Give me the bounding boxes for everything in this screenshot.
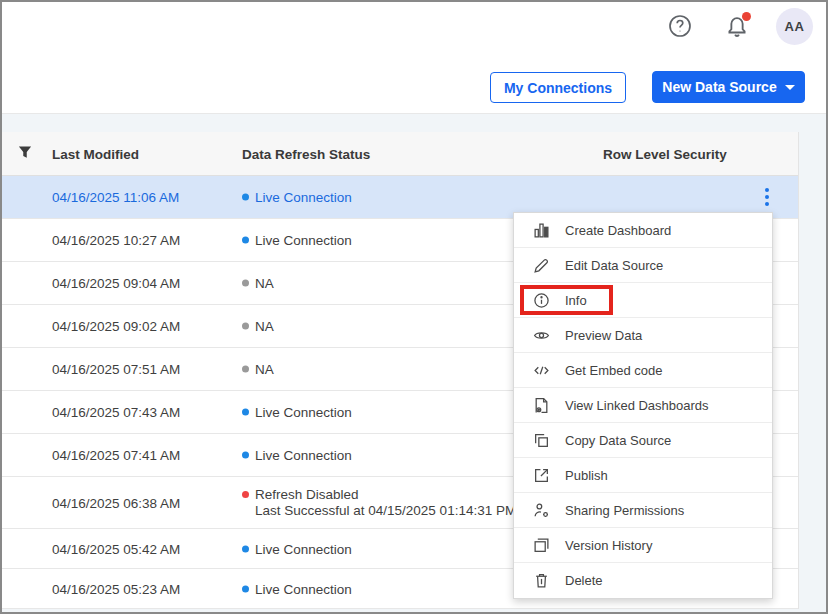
table-header-row: Last Modified Data Refresh Status Row Le… xyxy=(2,132,798,176)
last-modified-cell: 04/16/2025 10:27 AM xyxy=(52,233,180,248)
data-sources-page: AA My Connections New Data Source Last M… xyxy=(0,0,828,614)
new-data-source-button[interactable]: New Data Source xyxy=(652,71,805,103)
menu-item-sharing-permissions[interactable]: Sharing Permissions xyxy=(514,493,772,528)
menu-item-view-linked-dashboards[interactable]: View Linked Dashboards xyxy=(514,388,772,423)
menu-item-get-embed-code[interactable]: Get Embed code xyxy=(514,353,772,388)
refresh-status-cell: NA xyxy=(242,319,274,334)
menu-item-edit-data-source[interactable]: Edit Data Source xyxy=(514,248,772,283)
status-dot xyxy=(242,491,249,498)
refresh-status-cell: Live Connection xyxy=(242,233,352,248)
last-modified-cell: 04/16/2025 06:38 AM xyxy=(52,495,180,510)
create-dashboard-icon xyxy=(533,222,550,239)
avatar[interactable]: AA xyxy=(776,8,813,45)
linked-dashboards-icon xyxy=(533,397,550,414)
info-icon xyxy=(533,292,550,309)
top-bar: AA My Connections New Data Source xyxy=(2,2,826,114)
refresh-status-cell: Refresh Disabled Last Successful at 04/1… xyxy=(242,487,516,519)
notifications-bell-icon[interactable] xyxy=(724,13,750,39)
last-modified-cell: 04/16/2025 05:42 AM xyxy=(52,541,180,556)
row-actions-kebab-icon[interactable] xyxy=(760,186,774,208)
menu-item-publish[interactable]: Publish xyxy=(514,458,772,493)
copy-icon xyxy=(533,432,550,449)
status-dot xyxy=(242,366,249,373)
menu-item-create-dashboard[interactable]: Create Dashboard xyxy=(514,213,772,248)
column-header-last-modified[interactable]: Last Modified xyxy=(52,146,139,161)
status-dot xyxy=(242,194,249,201)
last-modified-cell: 04/16/2025 05:23 AM xyxy=(52,581,180,596)
help-icon[interactable] xyxy=(668,14,692,38)
refresh-status-cell: Live Connection xyxy=(242,448,352,463)
new-data-source-label: New Data Source xyxy=(662,79,776,95)
refresh-status-cell: Live Connection xyxy=(242,581,352,596)
menu-item-version-history[interactable]: Version History xyxy=(514,528,772,563)
my-connections-button[interactable]: My Connections xyxy=(490,72,626,103)
last-modified-cell: 04/16/2025 07:51 AM xyxy=(52,362,180,377)
menu-item-info[interactable]: Info xyxy=(514,283,772,318)
refresh-status-cell: NA xyxy=(242,362,274,377)
edit-icon xyxy=(533,257,550,274)
menu-item-delete[interactable]: Delete xyxy=(514,563,772,598)
status-dot xyxy=(242,280,249,287)
my-connections-label: My Connections xyxy=(504,80,612,96)
version-history-icon xyxy=(533,537,550,554)
menu-item-copy-data-source[interactable]: Copy Data Source xyxy=(514,423,772,458)
status-dot xyxy=(242,323,249,330)
menu-item-preview-data[interactable]: Preview Data xyxy=(514,318,772,353)
column-header-row-level-security[interactable]: Row Level Security xyxy=(603,146,727,161)
status-dot xyxy=(242,585,249,592)
embed-code-icon xyxy=(533,362,550,379)
eye-icon xyxy=(533,327,550,344)
status-dot xyxy=(242,237,249,244)
delete-icon xyxy=(533,572,550,589)
publish-icon xyxy=(533,467,550,484)
status-dot xyxy=(242,409,249,416)
last-modified-cell: 04/16/2025 07:43 AM xyxy=(52,405,180,420)
status-dot xyxy=(242,545,249,552)
column-header-data-refresh-status[interactable]: Data Refresh Status xyxy=(242,146,370,161)
filter-icon[interactable] xyxy=(18,145,32,162)
status-detail: Last Successful at 04/15/2025 01:14:31 P… xyxy=(242,503,516,519)
last-modified-cell: 04/16/2025 11:06 AM xyxy=(52,190,179,205)
last-modified-cell: 04/16/2025 09:02 AM xyxy=(52,319,180,334)
chevron-down-icon xyxy=(785,85,795,90)
refresh-status-cell: Live Connection xyxy=(242,541,352,556)
refresh-status-cell: NA xyxy=(242,276,274,291)
last-modified-cell: 04/16/2025 07:41 AM xyxy=(52,448,180,463)
row-context-menu: Create Dashboard Edit Data Source Info P… xyxy=(513,212,773,599)
last-modified-cell: 04/16/2025 09:04 AM xyxy=(52,276,180,291)
refresh-status-cell: Live Connection xyxy=(242,190,352,205)
sharing-permissions-icon xyxy=(533,502,550,519)
notification-badge xyxy=(742,12,751,21)
refresh-status-cell: Live Connection xyxy=(242,405,352,420)
status-dot xyxy=(242,452,249,459)
